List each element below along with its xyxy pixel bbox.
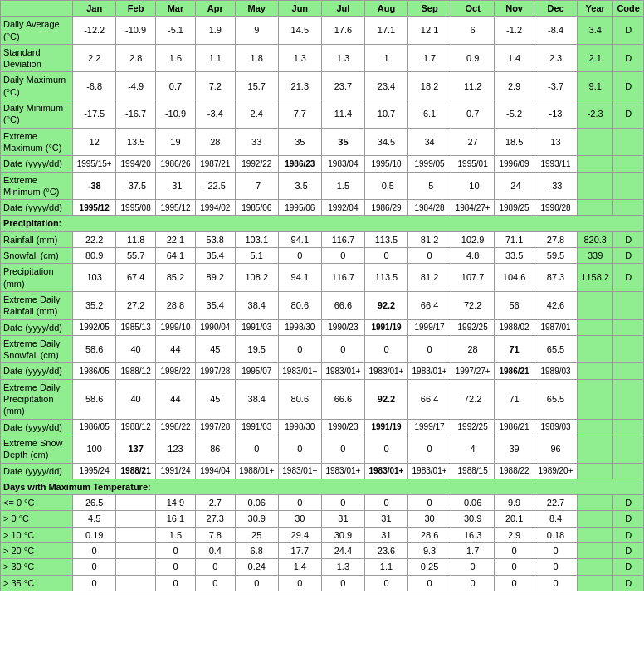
table-cell: 1983/01+ [364,463,407,479]
table-cell: 0 [321,335,364,363]
table-cell: 1.6 [156,44,196,72]
table-cell [578,156,613,172]
table-cell: 9.1 [578,72,613,100]
table-cell: 20.1 [495,511,534,527]
table-cell: 13.5 [116,128,156,156]
table-cell: 0 [235,575,278,591]
table-cell: 0.24 [235,559,278,575]
table-cell [116,495,156,511]
table-cell: 1988/01+ [235,463,278,479]
table-cell: 11.8 [116,231,156,247]
row-label: > 10 °C [1,527,73,542]
climate-table: Jan Feb Mar Apr May Jun Jul Aug Sep Oct … [0,0,644,591]
row-label: Date (yyyy/dd) [1,200,73,216]
table-cell: -8.4 [534,17,578,45]
table-cell: 17.7 [278,542,321,558]
table-cell: 64.1 [156,248,196,264]
table-cell: -31 [156,172,196,200]
table-cell: 1158.2 [578,264,613,292]
table-cell: 1983/04 [321,156,364,172]
table-cell: 38.4 [235,291,278,319]
table-cell: 0 [156,575,196,591]
table-cell: 0 [278,575,321,591]
table-cell: 1988/21 [116,463,156,479]
table-cell: 9.9 [495,495,534,511]
table-cell: 0 [156,542,196,558]
col-year: Year [578,1,613,17]
table-cell: 80.9 [73,248,116,264]
table-cell: 1995/24 [73,463,116,479]
table-cell: 13 [534,128,578,156]
table-cell: 0 [408,248,451,264]
table-cell: 86 [195,435,235,463]
table-cell: 1.5 [156,527,196,542]
table-cell: 29.4 [278,527,321,542]
table-cell: 17.1 [364,17,407,45]
table-cell: 1991/03 [235,419,278,435]
row-label: Standard Deviation [1,44,73,72]
table-cell: 0 [495,542,534,558]
table-cell [613,172,644,200]
table-cell: 11.2 [451,72,495,100]
table-cell: 1983/01+ [321,363,364,379]
table-cell: 9.3 [408,542,451,558]
table-cell: 1997/28 [195,363,235,379]
table-cell: 22.7 [534,495,578,511]
table-cell: 2.3 [534,44,578,72]
table-cell: 7.2 [195,72,235,100]
table-cell: 1983/01+ [408,363,451,379]
table-cell: 0 [278,495,321,511]
table-cell: D [613,511,644,527]
row-label: Extreme Minimum (°C) [1,172,73,200]
temperature-header [1,1,73,17]
table-cell: 31 [364,511,407,527]
table-cell [116,527,156,542]
table-cell: 0 [451,575,495,591]
table-cell: 6 [451,17,495,45]
table-cell: 0 [534,559,578,575]
table-cell: 0 [278,248,321,264]
table-cell: 0 [195,559,235,575]
table-cell: 339 [578,248,613,264]
table-cell: 1.4 [495,44,534,72]
row-label: Date (yyyy/dd) [1,319,73,335]
section-header: Days with Maximum Temperature: [1,479,644,494]
table-cell [578,419,613,435]
table-cell: 35 [278,128,321,156]
table-cell: 0 [321,435,364,463]
table-cell: 0.7 [156,72,196,100]
table-cell [578,495,613,511]
table-cell: 1986/05 [73,363,116,379]
table-cell: 33 [235,128,278,156]
table-cell [116,575,156,591]
table-cell: 1.5 [321,172,364,200]
table-cell: 1990/28 [534,200,578,216]
table-cell: 1989/03 [534,419,578,435]
table-cell: 1 [364,44,407,72]
table-cell: 103 [73,264,116,292]
table-cell [578,200,613,216]
table-cell: 80.6 [278,291,321,319]
table-cell: 108.2 [235,264,278,292]
table-cell: 71 [495,335,534,363]
table-cell: 72.2 [451,291,495,319]
table-cell: 1996/09 [495,156,534,172]
table-cell: 44 [156,335,196,363]
table-cell: 1990/23 [321,319,364,335]
table-cell [578,463,613,479]
table-cell: 1992/22 [235,156,278,172]
table-cell: 25 [235,527,278,542]
table-cell: 1995/12 [73,200,116,216]
table-cell: 1991/19 [364,319,407,335]
table-cell: 24.4 [321,542,364,558]
table-cell: -38 [73,172,116,200]
table-cell [578,527,613,542]
table-cell: D [613,542,644,558]
table-cell [613,435,644,463]
table-cell: 1988/15 [451,463,495,479]
table-cell: 0 [495,575,534,591]
row-label: Daily Average (°C) [1,17,73,45]
section-header: Precipitation: [1,216,644,231]
table-cell: 137 [116,435,156,463]
table-cell: D [613,44,644,72]
